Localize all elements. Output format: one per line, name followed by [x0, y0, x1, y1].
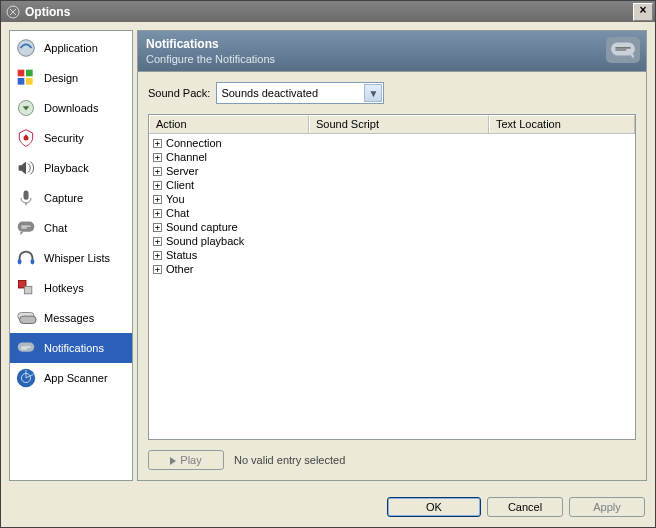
headset-icon — [14, 246, 38, 270]
security-icon — [14, 126, 38, 150]
app-icon — [5, 4, 21, 20]
sidebar-item-label: Messages — [44, 312, 94, 324]
messages-icon — [14, 306, 38, 330]
sidebar-item-label: Security — [44, 132, 84, 144]
svg-rect-2 — [18, 70, 25, 77]
svg-rect-4 — [18, 78, 25, 85]
sidebar-item-notifications[interactable]: Notifications — [10, 333, 132, 363]
sound-pack-select[interactable]: Sounds deactivated ▼ — [216, 82, 384, 104]
tree-item[interactable]: +Client — [153, 178, 631, 192]
expand-icon[interactable]: + — [153, 251, 162, 260]
column-text-location[interactable]: Text Location — [489, 115, 635, 133]
tree-item-label: Connection — [166, 137, 222, 149]
tree-item[interactable]: +Chat — [153, 206, 631, 220]
page-subtitle: Configure the Notifications — [146, 53, 638, 65]
svg-rect-14 — [24, 286, 32, 294]
tree-item-label: Client — [166, 179, 194, 191]
tree-item[interactable]: +Server — [153, 164, 631, 178]
dropdown-arrow-icon: ▼ — [364, 84, 382, 102]
apply-button[interactable]: Apply — [569, 497, 645, 517]
sound-pack-label: Sound Pack: — [148, 87, 210, 99]
svg-rect-20 — [611, 42, 635, 55]
listview-body[interactable]: +Connection +Channel +Server +Client +Yo… — [149, 134, 635, 439]
playback-icon — [14, 156, 38, 180]
svg-rect-12 — [31, 259, 35, 265]
sound-pack-row: Sound Pack: Sounds deactivated ▼ — [148, 82, 636, 104]
sidebar-item-hotkeys[interactable]: Hotkeys — [10, 273, 132, 303]
page-header: Notifications Configure the Notification… — [137, 30, 647, 72]
sidebar-item-application[interactable]: Application — [10, 33, 132, 63]
sidebar-item-label: Whisper Lists — [44, 252, 110, 264]
expand-icon[interactable]: + — [153, 195, 162, 204]
tree-item[interactable]: +Channel — [153, 150, 631, 164]
expand-icon[interactable]: + — [153, 209, 162, 218]
play-row: Play No valid entry selected — [148, 450, 636, 470]
sidebar: Application Design Downloads — [9, 30, 133, 481]
tree-item[interactable]: +Other — [153, 262, 631, 276]
expand-icon[interactable]: + — [153, 139, 162, 148]
expand-icon[interactable]: + — [153, 167, 162, 176]
svg-rect-9 — [24, 191, 29, 200]
cancel-button[interactable]: Cancel — [487, 497, 563, 517]
sidebar-item-messages[interactable]: Messages — [10, 303, 132, 333]
tree-item-label: Channel — [166, 151, 207, 163]
tree-item[interactable]: +You — [153, 192, 631, 206]
sidebar-item-chat[interactable]: Chat — [10, 213, 132, 243]
download-icon — [14, 96, 38, 120]
tree-item[interactable]: +Sound playback — [153, 234, 631, 248]
application-icon — [14, 36, 38, 60]
close-button[interactable]: × — [633, 3, 653, 21]
design-icon — [14, 66, 38, 90]
sidebar-item-label: Capture — [44, 192, 83, 204]
sidebar-item-label: Playback — [44, 162, 89, 174]
svg-rect-5 — [26, 78, 33, 85]
hotkeys-icon — [14, 276, 38, 300]
tree-item[interactable]: +Connection — [153, 136, 631, 150]
column-sound-script[interactable]: Sound Script — [309, 115, 489, 133]
scanner-icon — [14, 366, 38, 390]
title-bar[interactable]: Options × — [1, 1, 655, 22]
listview-header: Action Sound Script Text Location — [149, 115, 635, 134]
page-body: Sound Pack: Sounds deactivated ▼ Action … — [137, 72, 647, 481]
play-button[interactable]: Play — [148, 450, 224, 470]
sidebar-item-label: App Scanner — [44, 372, 108, 384]
expand-icon[interactable]: + — [153, 181, 162, 190]
notifications-icon — [14, 336, 38, 360]
sound-pack-value: Sounds deactivated — [221, 87, 318, 99]
ok-button[interactable]: OK — [387, 497, 481, 517]
svg-rect-8 — [25, 135, 27, 138]
sidebar-item-label: Notifications — [44, 342, 104, 354]
svg-rect-3 — [26, 70, 33, 77]
sidebar-item-capture[interactable]: Capture — [10, 183, 132, 213]
tree-item[interactable]: +Status — [153, 248, 631, 262]
notifications-header-icon — [606, 37, 640, 63]
tree-item-label: Status — [166, 249, 197, 261]
sidebar-item-app-scanner[interactable]: App Scanner — [10, 363, 132, 393]
expand-icon[interactable]: + — [153, 223, 162, 232]
sidebar-item-label: Hotkeys — [44, 282, 84, 294]
svg-rect-11 — [18, 259, 22, 265]
window-title: Options — [25, 5, 633, 19]
play-status: No valid entry selected — [234, 454, 345, 466]
sidebar-item-playback[interactable]: Playback — [10, 153, 132, 183]
column-action[interactable]: Action — [149, 115, 309, 133]
microphone-icon — [14, 186, 38, 210]
tree-item[interactable]: +Sound capture — [153, 220, 631, 234]
tree-item-label: Chat — [166, 207, 189, 219]
play-icon — [170, 457, 176, 465]
sidebar-item-design[interactable]: Design — [10, 63, 132, 93]
tree-item-label: Sound capture — [166, 221, 238, 233]
content: Application Design Downloads — [1, 22, 655, 489]
tree-item-label: Sound playback — [166, 235, 244, 247]
sidebar-item-downloads[interactable]: Downloads — [10, 93, 132, 123]
expand-icon[interactable]: + — [153, 153, 162, 162]
page-title: Notifications — [146, 37, 638, 51]
expand-icon[interactable]: + — [153, 265, 162, 274]
expand-icon[interactable]: + — [153, 237, 162, 246]
sidebar-item-whisper-lists[interactable]: Whisper Lists — [10, 243, 132, 273]
sidebar-item-label: Chat — [44, 222, 67, 234]
sidebar-item-label: Downloads — [44, 102, 98, 114]
play-label: Play — [180, 454, 201, 466]
sidebar-item-security[interactable]: Security — [10, 123, 132, 153]
options-window: Options × Application Design — [0, 0, 656, 528]
